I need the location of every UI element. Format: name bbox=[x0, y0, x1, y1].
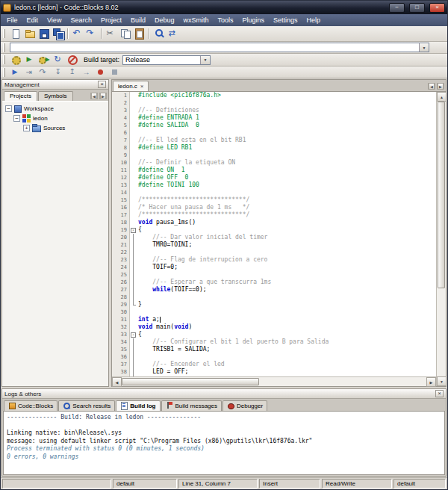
scroll-right-button[interactable]: ▶ bbox=[426, 377, 436, 387]
toolbar-grip[interactable] bbox=[3, 55, 5, 64]
scroll-thumb[interactable] bbox=[438, 102, 445, 288]
build-and-run-button[interactable] bbox=[37, 55, 51, 65]
build-target-combobox[interactable]: Release ▼ bbox=[122, 55, 211, 65]
run-button[interactable] bbox=[22, 55, 37, 65]
toggle-breakpoint-button[interactable] bbox=[93, 67, 108, 78]
menu-debug[interactable]: Debug bbox=[150, 16, 179, 25]
fold-margin bbox=[130, 301, 137, 308]
scroll-track[interactable] bbox=[437, 102, 446, 376]
copy-button[interactable] bbox=[118, 27, 132, 40]
tab-build-messages[interactable]: Build messages bbox=[161, 400, 222, 411]
find-button[interactable] bbox=[152, 27, 166, 40]
tab-scroll-right-button[interactable]: ▶ bbox=[99, 93, 107, 99]
fold-margin bbox=[130, 122, 137, 129]
compile-button[interactable] bbox=[8, 55, 22, 65]
collapse-icon[interactable]: − bbox=[13, 115, 20, 122]
fold-collapse-icon[interactable]: - bbox=[131, 332, 136, 338]
undo-button[interactable] bbox=[70, 27, 84, 40]
tab-code-blocks[interactable]: Code::Blocks bbox=[4, 400, 57, 411]
logs-close-button[interactable]: × bbox=[435, 390, 444, 397]
scroll-down-button[interactable]: ▼ bbox=[437, 376, 447, 386]
tab-label: Search results bbox=[72, 403, 111, 409]
code-text: //-- Definiciones bbox=[137, 107, 199, 114]
minimize-button[interactable]: − bbox=[389, 3, 405, 13]
scroll-track[interactable] bbox=[122, 377, 426, 386]
horizontal-scrollbar[interactable]: ◀ ▶ bbox=[112, 376, 436, 386]
tree-item-project[interactable]: − ledon bbox=[5, 114, 108, 123]
code-line: 28 bbox=[112, 294, 436, 301]
abort-button[interactable] bbox=[65, 55, 79, 65]
fold-collapse-icon[interactable]: - bbox=[131, 228, 136, 233]
tab-build-log[interactable]: Build log bbox=[116, 400, 160, 411]
rebuild-button[interactable] bbox=[51, 55, 65, 65]
code-text: //-- Esperar a que transcurra 1ms bbox=[137, 279, 271, 286]
run-to-cursor-button[interactable] bbox=[22, 67, 37, 78]
toolbar-grip[interactable] bbox=[3, 43, 5, 52]
save-all-button[interactable] bbox=[51, 27, 65, 40]
debug-continue-button[interactable] bbox=[8, 67, 22, 78]
tab-debugger[interactable]: Debugger bbox=[223, 400, 267, 411]
fold-margin[interactable]: - bbox=[130, 331, 137, 338]
management-close-button[interactable]: × bbox=[98, 81, 106, 88]
menu-wxsmith[interactable]: wxSmith bbox=[178, 16, 213, 25]
code-text bbox=[137, 376, 138, 376]
expand-icon[interactable]: + bbox=[23, 125, 30, 131]
paste-button[interactable] bbox=[132, 27, 146, 40]
step-into-button[interactable] bbox=[51, 67, 65, 78]
dropdown-button[interactable]: ▼ bbox=[419, 43, 429, 52]
replace-button[interactable] bbox=[166, 27, 180, 40]
scope-combobox[interactable]: ▼ bbox=[10, 43, 429, 52]
next-instruction-button[interactable] bbox=[79, 67, 93, 78]
save-button[interactable] bbox=[37, 27, 51, 40]
vertical-scrollbar[interactable]: ▲ ▼ bbox=[436, 92, 446, 386]
toolbar-grip[interactable] bbox=[3, 29, 5, 38]
maximize-button[interactable]: □ bbox=[409, 3, 425, 13]
status-segment: Line 31, Column 7 bbox=[178, 479, 258, 489]
next-line-button[interactable] bbox=[37, 67, 51, 78]
dropdown-button[interactable]: ▼ bbox=[200, 56, 210, 64]
toolbar-grip[interactable] bbox=[3, 68, 5, 77]
scroll-left-button[interactable]: ◀ bbox=[112, 377, 122, 387]
editor-tab-ledon[interactable]: ledon.c × bbox=[113, 81, 149, 91]
close-button[interactable]: × bbox=[429, 3, 445, 13]
project-tree[interactable]: − Workspace − ledon + Sources bbox=[2, 101, 108, 386]
menu-build[interactable]: Build bbox=[126, 16, 150, 25]
fold-margin bbox=[130, 361, 137, 368]
fold-margin[interactable]: - bbox=[130, 226, 137, 234]
tab-projects[interactable]: Projects bbox=[4, 91, 37, 101]
step-out-button[interactable] bbox=[65, 67, 79, 78]
menu-settings[interactable]: Settings bbox=[269, 16, 302, 25]
redo-button[interactable] bbox=[84, 27, 99, 40]
open-file-button[interactable] bbox=[22, 27, 37, 40]
tab-scroll-right-button[interactable]: ▶ bbox=[437, 83, 444, 90]
log-line: Process terminated with status 0 (0 minu… bbox=[7, 445, 441, 453]
menu-project[interactable]: Project bbox=[96, 16, 126, 25]
tab-close-icon[interactable]: × bbox=[140, 84, 144, 90]
new-file-button[interactable] bbox=[8, 27, 22, 40]
scroll-up-button[interactable]: ▲ bbox=[437, 92, 447, 102]
menu-plugins[interactable]: Plugins bbox=[238, 16, 270, 25]
menu-help[interactable]: Help bbox=[302, 16, 326, 25]
tree-item-sources[interactable]: + Sources bbox=[5, 123, 108, 133]
menu-view[interactable]: View bbox=[43, 16, 66, 25]
menu-edit[interactable]: Edit bbox=[22, 16, 43, 25]
code-text: #include <pic16f876a.h> bbox=[137, 92, 221, 99]
scroll-thumb[interactable] bbox=[122, 378, 259, 385]
line-number: 38 bbox=[112, 368, 130, 376]
line-number: 39 bbox=[112, 376, 130, 376]
menu-file[interactable]: File bbox=[2, 16, 22, 25]
collapse-icon[interactable]: − bbox=[5, 105, 12, 112]
code-line: 14 bbox=[112, 189, 436, 196]
cut-button[interactable] bbox=[104, 27, 118, 40]
save-all-icon bbox=[52, 28, 64, 40]
menu-search[interactable]: Search bbox=[66, 16, 96, 25]
tab-scroll-left-button[interactable]: ◀ bbox=[428, 83, 435, 90]
code-lines[interactable]: 1#include <pic16f876a.h>23//-- Definicio… bbox=[112, 92, 436, 376]
tree-item-workspace[interactable]: − Workspace bbox=[5, 104, 108, 114]
tab-search-results[interactable]: Search results bbox=[58, 400, 115, 411]
main-area: Management × ProjectsSymbols ◀ ▶ − Works… bbox=[1, 78, 447, 388]
tab-symbols[interactable]: Symbols bbox=[38, 91, 73, 101]
tab-scroll-left-button[interactable]: ◀ bbox=[90, 93, 98, 99]
stop-debugger-button[interactable] bbox=[108, 67, 122, 78]
menu-tools[interactable]: Tools bbox=[214, 16, 238, 25]
